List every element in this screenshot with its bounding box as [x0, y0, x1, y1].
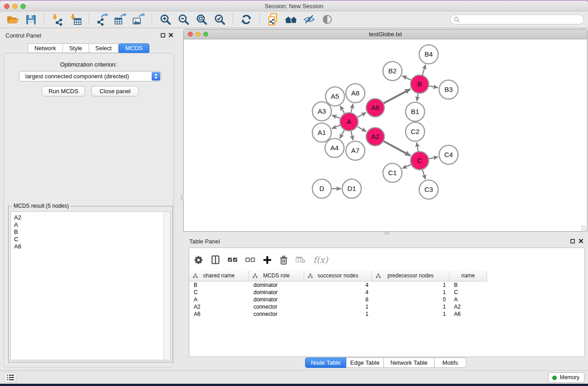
- function-builder-button[interactable]: f(x): [313, 255, 328, 265]
- graph-edge-A-A7[interactable]: [351, 131, 353, 140]
- zoom-in-button[interactable]: [158, 13, 172, 26]
- cell-name[interactable]: A2: [449, 303, 487, 310]
- graph-edge-A-A6[interactable]: [358, 113, 366, 117]
- float-panel-icon[interactable]: [570, 239, 575, 243]
- table-row[interactable]: Adominator80A: [189, 296, 584, 303]
- graph-edge-A-A5[interactable]: [340, 106, 344, 114]
- column-header-successor-nodes[interactable]: successor nodes: [304, 271, 372, 281]
- search-input[interactable]: [461, 15, 581, 24]
- cell-predecessor-nodes[interactable]: 1: [372, 281, 449, 289]
- cell-successor-nodes[interactable]: 8: [304, 296, 372, 303]
- clone-network-button[interactable]: [266, 13, 280, 26]
- cell-name[interactable]: A6: [449, 310, 487, 318]
- import-table-button[interactable]: [69, 13, 82, 26]
- graph-edge-B-B3[interactable]: [429, 86, 438, 88]
- criterion-dropdown[interactable]: largest connected component (directed): [19, 71, 161, 81]
- export-network-button[interactable]: [96, 13, 109, 26]
- cell-predecessor-nodes[interactable]: 1: [372, 289, 449, 296]
- table-row[interactable]: A2connector11A2: [189, 303, 584, 310]
- mcds-result-item[interactable]: A: [14, 221, 161, 229]
- cell-predecessor-nodes[interactable]: 1: [372, 310, 449, 318]
- graph-edge-B-B1[interactable]: [417, 94, 418, 101]
- zoom-fit-button[interactable]: [195, 13, 208, 26]
- mcds-result-item[interactable]: A2: [14, 214, 161, 221]
- cell-successor-nodes[interactable]: 1: [304, 303, 372, 310]
- column-header-predecessor-nodes[interactable]: predecessor nodes: [372, 271, 449, 281]
- mcds-result-item[interactable]: A6: [14, 243, 161, 250]
- cell-shared-name[interactable]: A6: [189, 310, 249, 318]
- column-header-MCDS-role[interactable]: MCDS role: [249, 271, 304, 281]
- cell-name[interactable]: C: [449, 289, 487, 296]
- float-panel-icon[interactable]: [161, 33, 165, 38]
- cell-MCDS-role[interactable]: dominator: [249, 296, 304, 303]
- graph-edge-A-A2[interactable]: [357, 126, 366, 131]
- export-table-button[interactable]: [114, 13, 127, 26]
- graph-edge-A-A1[interactable]: [332, 125, 340, 129]
- network-window-titlebar[interactable]: testGlobe.txt: [184, 29, 587, 39]
- save-session-button[interactable]: [24, 13, 38, 26]
- zoom-out-button[interactable]: [177, 13, 190, 26]
- table-row[interactable]: Cdominator41C: [189, 289, 584, 296]
- cell-MCDS-role[interactable]: connector: [249, 303, 304, 310]
- column-visibility-button[interactable]: [211, 255, 220, 264]
- deselect-all-button[interactable]: [245, 256, 255, 264]
- graph-edge-A-A4[interactable]: [340, 130, 344, 138]
- graph-edge-C-C1[interactable]: [402, 165, 411, 169]
- split-handle-left[interactable]: [181, 195, 184, 200]
- close-panel-button[interactable]: Close panel: [91, 86, 139, 96]
- close-panel-icon[interactable]: [168, 33, 173, 38]
- mcds-result-item[interactable]: B: [14, 229, 161, 236]
- network-canvas[interactable]: B4B2BB3A8A5A6A3B1AC2A1A2A4A7C4CC1C3DD1: [184, 39, 587, 231]
- zoom-selected-button[interactable]: [213, 13, 226, 26]
- cell-shared-name[interactable]: A: [189, 296, 249, 303]
- cell-shared-name[interactable]: B: [189, 281, 249, 289]
- close-panel-icon[interactable]: [578, 238, 583, 243]
- import-network-button[interactable]: [51, 13, 64, 26]
- column-header-shared-name[interactable]: shared name: [189, 271, 249, 281]
- select-all-button[interactable]: [228, 256, 238, 264]
- control-tab-mcds[interactable]: MCDS: [119, 43, 149, 53]
- add-column-button[interactable]: [263, 256, 272, 264]
- control-tab-select[interactable]: Select: [89, 43, 119, 53]
- cell-successor-nodes[interactable]: 4: [304, 289, 372, 296]
- cell-MCDS-role[interactable]: dominator: [249, 289, 304, 296]
- memory-button[interactable]: Memory: [548, 372, 584, 383]
- hide-graphics-button[interactable]: [302, 13, 316, 26]
- table-tab-node-table[interactable]: Node Table: [305, 357, 346, 368]
- table-tab-network-table[interactable]: Network Table: [384, 357, 435, 368]
- show-graphics-button[interactable]: [320, 13, 334, 26]
- mcds-result-item[interactable]: C: [14, 236, 161, 243]
- app-titlebar[interactable]: Session: New Session: [0, 1, 588, 11]
- cell-successor-nodes[interactable]: 4: [304, 281, 372, 289]
- cell-shared-name[interactable]: C: [189, 289, 249, 296]
- cell-shared-name[interactable]: A2: [189, 303, 249, 310]
- cell-name[interactable]: A: [449, 296, 487, 303]
- graph-edge-B-B4[interactable]: [422, 65, 425, 75]
- refresh-button[interactable]: [239, 13, 253, 26]
- column-header-name[interactable]: name: [449, 271, 487, 281]
- cell-successor-nodes[interactable]: 1: [304, 310, 372, 318]
- table-row[interactable]: A6connector11A6: [189, 310, 584, 318]
- table-settings-button[interactable]: [194, 255, 203, 265]
- cell-MCDS-role[interactable]: dominator: [249, 281, 304, 289]
- split-handle-bottom[interactable]: [384, 232, 390, 235]
- home-layout-button[interactable]: [284, 13, 298, 26]
- graph-edge-A6-B[interactable]: [384, 89, 411, 103]
- control-tab-network[interactable]: Network: [28, 43, 63, 53]
- graph-edge-C-C4[interactable]: [429, 157, 438, 159]
- scrollbar-track[interactable]: [163, 212, 170, 360]
- search-field[interactable]: [450, 14, 584, 24]
- graph-edge-C-C3[interactable]: [422, 170, 425, 179]
- graph-edge-A-A3[interactable]: [332, 115, 340, 119]
- table-tab-motifs[interactable]: Motifs: [435, 357, 466, 368]
- graph-edge-A-A8[interactable]: [351, 104, 353, 112]
- control-tab-style[interactable]: Style: [63, 43, 89, 53]
- graph-edge-B-B2[interactable]: [402, 76, 411, 80]
- cell-predecessor-nodes[interactable]: 1: [372, 303, 449, 310]
- graph-edge-A2-C[interactable]: [383, 141, 410, 156]
- cell-MCDS-role[interactable]: connector: [249, 310, 304, 318]
- graph-edge-C-C2[interactable]: [417, 143, 418, 152]
- run-mcds-button[interactable]: Run MCDS: [42, 86, 85, 96]
- export-image-button[interactable]: [132, 13, 145, 26]
- open-session-button[interactable]: [6, 13, 19, 26]
